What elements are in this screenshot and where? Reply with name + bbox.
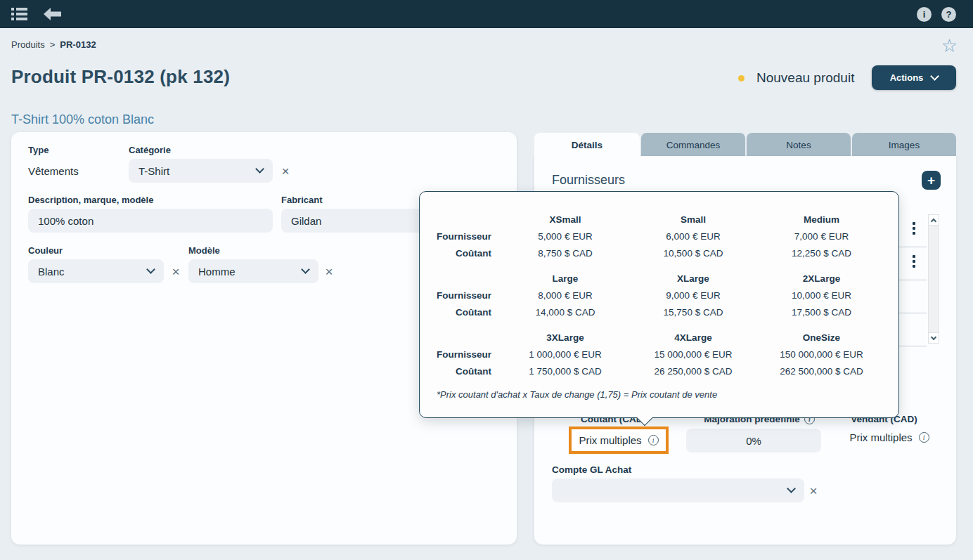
model-clear-icon[interactable]: × (322, 264, 336, 278)
fournisseur-price: 7,000 € EUR (757, 228, 886, 245)
breadcrumb: Produits>PR-0132 (11, 39, 96, 50)
scroll-up-icon[interactable] (928, 214, 939, 226)
fournisseur-price: 1 000,000 € EUR (501, 346, 629, 363)
fournisseur-price: 8,000 € EUR (501, 287, 629, 304)
tab-notes[interactable]: Notes (747, 133, 851, 157)
coutant-price: 12,250 $ CAD (757, 245, 886, 261)
favorite-star-icon[interactable]: ☆ (941, 37, 958, 55)
fournisseur-row-label: Fournisseur (420, 346, 501, 363)
actions-button-label: Actions (890, 72, 924, 83)
chevron-down-icon (301, 265, 310, 274)
size-header: Medium (757, 211, 886, 228)
size-header: OneSize (757, 329, 886, 346)
fournisseur-price: 10,000 € EUR (757, 287, 886, 304)
type-value: Vêtements (28, 165, 79, 177)
description-value: 100% coton (38, 215, 94, 227)
back-arrow-icon[interactable] (44, 8, 61, 23)
type-label: Type (28, 145, 49, 155)
category-clear-icon[interactable]: × (278, 164, 292, 178)
chevron-down-icon (255, 164, 264, 174)
coutant-row-label: Coûtant (420, 245, 501, 261)
actions-button[interactable]: Actions (872, 65, 956, 90)
tab-details[interactable]: Détails (534, 133, 640, 157)
fournisseur-price: 9,000 € EUR (629, 287, 757, 304)
price-group: 3XLarge 4XLarge OneSize Fournisseur 1 00… (420, 329, 898, 379)
kebab-menu-icon[interactable] (913, 222, 915, 235)
coutant-price: 8,750 $ CAD (501, 245, 629, 261)
coutant-row-label: Coûtant (420, 363, 501, 379)
status-dot-icon (738, 75, 745, 82)
gl-account-clear-icon[interactable]: × (806, 483, 820, 497)
scroll-down-icon[interactable] (928, 332, 939, 344)
coutant-price: 15,750 $ CAD (629, 304, 757, 320)
fournisseur-row-label: Fournisseur (420, 287, 501, 304)
color-clear-icon[interactable]: × (169, 264, 183, 278)
vendant-value-text: Prix multiples (849, 431, 912, 443)
manufacturer-value: Gildan (291, 215, 321, 227)
multi-price-popover: XSmall Small Medium Fournisseur 5,000 € … (419, 191, 899, 418)
coutant-price: 17,500 $ CAD (757, 304, 886, 320)
color-value: Blanc (38, 266, 65, 278)
price-group: Large XLarge 2XLarge Fournisseur 8,000 €… (420, 270, 898, 320)
chevron-down-icon (930, 72, 939, 81)
coutant-prix-multiples-highlighted[interactable]: Prix multiples i (569, 426, 669, 454)
chevron-down-icon (787, 484, 796, 493)
menu-list-icon[interactable] (11, 8, 28, 20)
size-header: 3XLarge (501, 329, 629, 346)
tab-images[interactable]: Images (852, 133, 956, 157)
product-page: { "colors": { "topbar": "#16313f", "acce… (0, 0, 973, 560)
coutant-row-label: Coûtant (420, 304, 501, 320)
category-select[interactable]: T-Shirt (129, 159, 273, 183)
top-bar: i ? (0, 0, 973, 28)
add-supplier-button[interactable]: + (922, 171, 941, 190)
status-badge: Nouveau produit (738, 70, 854, 86)
size-header: XLarge (629, 270, 757, 287)
fournisseur-price: 6,000 € EUR (629, 228, 757, 245)
model-label: Modèle (188, 245, 220, 256)
chevron-down-icon (146, 265, 155, 274)
color-label: Couleur (28, 245, 63, 256)
vendant-prix-multiples[interactable]: Prix multiples i (833, 431, 946, 443)
description-label: Description, marque, modèle (28, 195, 153, 205)
price-group: XSmall Small Medium Fournisseur 5,000 € … (420, 211, 898, 261)
coutant-price: 14,000 $ CAD (501, 304, 629, 320)
breadcrumb-parent-link[interactable]: Produits (11, 39, 45, 50)
breadcrumb-current: PR-0132 (60, 39, 96, 50)
help-icon[interactable]: ? (941, 7, 956, 22)
model-value: Homme (198, 266, 236, 278)
size-header: 2XLarge (757, 270, 886, 287)
category-value: T-Shirt (138, 165, 169, 177)
breadcrumb-separator: > (50, 39, 56, 50)
kebab-menu-icon[interactable] (913, 255, 915, 268)
model-select[interactable]: Homme (188, 259, 318, 283)
suppliers-scrollbar[interactable] (928, 214, 939, 344)
size-header: XSmall (501, 211, 629, 228)
vendant-info-icon[interactable]: i (919, 432, 929, 443)
description-input[interactable]: 100% coton (28, 209, 273, 233)
fournisseur-row-label: Fournisseur (420, 228, 501, 245)
coutant-price: 262 500,000 $ CAD (757, 363, 886, 379)
fournisseur-price: 15 000,000 € EUR (629, 346, 757, 363)
info-icon[interactable]: i (917, 7, 932, 22)
color-select[interactable]: Blanc (28, 259, 164, 283)
page-title: Produit PR-0132 (pk 132) (11, 66, 230, 88)
gl-account-label: Compte GL Achat (552, 464, 631, 475)
coutant-value-text: Prix multiples (579, 434, 641, 446)
coutant-price: 26 250,000 $ CAD (629, 363, 757, 379)
coutant-price: 1 750,000 $ CAD (501, 363, 629, 379)
category-label: Catégorie (129, 145, 171, 155)
suppliers-heading: Fournisseurs (552, 173, 625, 188)
manufacturer-label: Fabricant (281, 195, 323, 205)
size-header: 4XLarge (629, 329, 757, 346)
fournisseur-price: 150 000,000 € EUR (757, 346, 886, 363)
majoration-input[interactable]: 0% (686, 429, 821, 452)
tab-commandes[interactable]: Commandes (641, 133, 745, 157)
status-label: Nouveau produit (756, 70, 854, 86)
size-header: Small (629, 211, 757, 228)
fournisseur-price: 5,000 € EUR (501, 228, 629, 245)
coutant-price: 10,500 $ CAD (629, 245, 757, 261)
popover-footnote: *Prix coutant d'achat x Taux de change (… (437, 389, 898, 400)
gl-account-select[interactable] (552, 478, 804, 502)
product-subtitle: T-Shirt 100% coton Blanc (11, 112, 154, 127)
coutant-info-icon[interactable]: i (648, 435, 659, 445)
